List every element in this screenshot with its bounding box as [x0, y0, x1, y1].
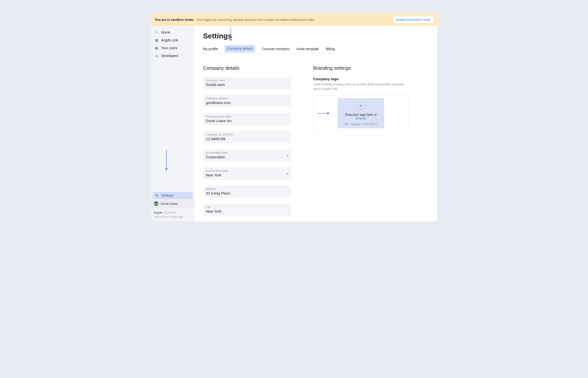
sidebar-item-argyle-link[interactable]: ▥ Argyle Link — [151, 36, 194, 44]
page-title: Settings — [203, 32, 428, 40]
sidebar-item-label: Settings — [161, 193, 174, 197]
sidebar-item-label: Home — [161, 30, 170, 34]
field-label: City — [206, 205, 288, 208]
brand-row: argyle Console — [151, 208, 194, 215]
field-label: Incorporation state — [206, 169, 288, 172]
sidebar-item-settings[interactable]: ⚙ Settings — [152, 192, 193, 199]
dropzone-text: Drop your logo here or browse — [343, 113, 379, 120]
sandbox-banner: You are in sandbox mode. Test Argyle by … — [151, 14, 437, 26]
banner-text: Test Argyle by connecting sample account… — [196, 18, 315, 22]
field-company-website[interactable]: Company website *goodloans.com — [203, 95, 291, 107]
company-switcher[interactable]: Good Good Loans — [151, 199, 194, 208]
field-value: goodloans.com — [206, 101, 288, 105]
sidebar-item-home[interactable]: ⬭ Home — [151, 28, 194, 36]
sidebar-item-your-users[interactable]: ▤ Your users — [151, 44, 194, 52]
tab-my-profile[interactable]: My profile — [203, 45, 218, 53]
sidebar-item-label: Your users — [161, 46, 177, 50]
field-city[interactable]: CityNew York — [203, 203, 291, 216]
company-details-column: Company details Company name *GoodLoansC… — [203, 65, 291, 222]
field-incorporation-type[interactable]: Incorporation typeCorporation▾ — [203, 149, 291, 162]
field-company-tax-id-ein[interactable]: Company Tax ID (EIN)12-3456789 — [203, 131, 291, 143]
tab-console-members[interactable]: Console members — [262, 45, 290, 53]
settings-icon: ⚙ — [154, 194, 159, 197]
field-value: New York — [206, 209, 288, 213]
brand-argyle: argyle — [154, 211, 162, 214]
company-logo-label: Company logo — [313, 77, 409, 81]
company-name: Good Loans — [161, 202, 178, 205]
field-address[interactable]: Address33 Irving Place — [203, 186, 291, 198]
arrow-right-annotation-icon — [317, 111, 331, 115]
section-title-branding: Branding settings — [313, 65, 409, 71]
chevron-down-icon: ▾ — [287, 154, 288, 157]
logo-dropzone[interactable]: + Drop your logo here or browse Min. res… — [313, 95, 409, 131]
users-icon: ▤ — [154, 46, 159, 50]
sidebar-item-label: Developers — [161, 54, 179, 58]
company-badge-icon: Good — [154, 201, 158, 206]
field-label: Company website * — [206, 97, 288, 100]
plus-icon: + — [357, 102, 365, 110]
sidebar: ⬭ Home ▥ Argyle Link ▤ Your users ▭ Deve… — [151, 26, 194, 222]
sidebar-item-label: Argyle Link — [161, 38, 178, 42]
arrow-down-annotation-icon — [165, 149, 170, 172]
enable-production-button[interactable]: Enable production mode — [393, 16, 433, 23]
main-content: Settings My profile Company details Cons… — [194, 26, 437, 222]
last-updated-text: Last updated 3 days ago — [151, 215, 194, 222]
banner-strong-text: You are in sandbox mode. — [155, 18, 194, 22]
dropzone-hint: Min. resolution: 200×200px — [343, 122, 379, 125]
arrow-down-annotation-icon — [229, 28, 234, 42]
field-value: 33 Irving Place — [206, 191, 288, 195]
app-window: You are in sandbox mode. Test Argyle by … — [151, 14, 437, 222]
section-title-company-details: Company details — [203, 65, 291, 71]
field-company-legal-entity[interactable]: Company legal entityGood Loans Inc — [203, 113, 291, 125]
dropzone-text-static: Drop your logo here or — [345, 113, 377, 116]
sidebar-item-developers[interactable]: ▭ Developers — [151, 52, 194, 60]
developers-icon: ▭ — [154, 54, 159, 58]
tab-invite-template[interactable]: Invite template — [296, 45, 319, 53]
field-label: Company Tax ID (EIN) — [206, 133, 288, 136]
field-company-name[interactable]: Company name *GoodLoans — [203, 77, 291, 89]
brand-console: Console — [164, 211, 176, 214]
field-value: New York — [206, 173, 288, 177]
browse-link[interactable]: browse — [356, 116, 366, 120]
field-value: Corporation — [206, 155, 288, 159]
field-value: Good Loans Inc — [206, 119, 288, 123]
tab-company-details[interactable]: Company details — [225, 45, 255, 52]
field-label: Company name * — [206, 79, 288, 82]
tabs: My profile Company details Console membe… — [203, 45, 428, 54]
field-value: 12-3456789 — [206, 137, 288, 141]
company-logo-description: Used in emails inviting users to connect… — [313, 82, 409, 91]
tab-billing[interactable]: Billing — [326, 45, 335, 53]
home-icon: ⬭ — [154, 30, 159, 34]
field-label: Company legal entity — [206, 115, 288, 118]
field-label: Address — [206, 188, 288, 190]
chevron-down-icon: ▾ — [287, 172, 288, 175]
field-value: GoodLoans — [206, 82, 288, 87]
field-incorporation-state[interactable]: Incorporation stateNew York▾ — [203, 167, 291, 180]
link-icon: ▥ — [154, 38, 159, 42]
branding-column: Branding settings Company logo Used in e… — [313, 65, 409, 222]
field-label: Incorporation type — [206, 151, 288, 154]
dropzone-inner: + Drop your logo here or browse Min. res… — [338, 98, 384, 128]
